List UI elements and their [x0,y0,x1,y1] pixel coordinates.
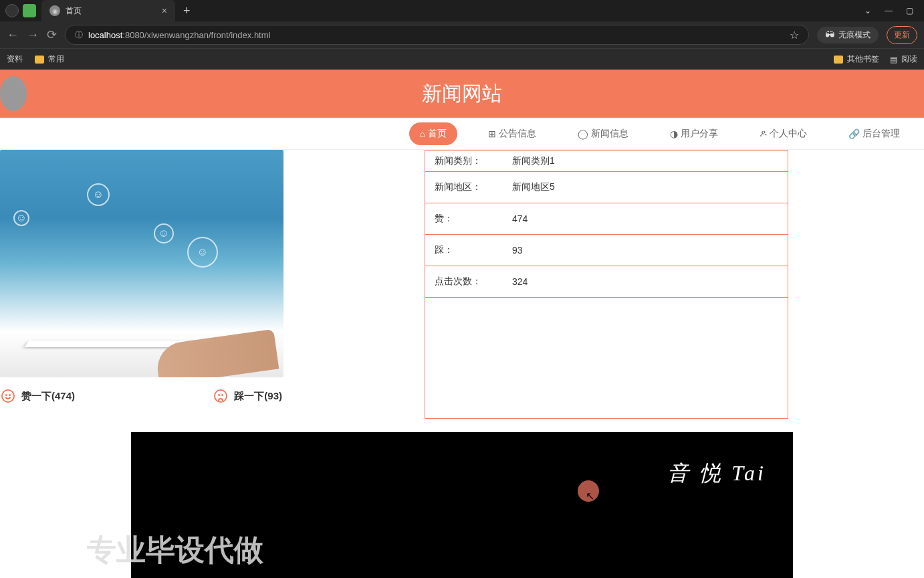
list-icon: ▤ [890,55,897,64]
region-label: 新闻地区： [435,181,512,193]
page-content: 新闻网站 ⌂ 首页 ⊞ 公告信息 ◯ 新闻信息 ◑ 用户分享 ዶ 个人中心 🔗 … [0,70,924,578]
dropdown-icon[interactable]: ⌄ [864,6,871,15]
dislike-text: 踩一下(93) [234,390,282,403]
tab-strip: ◉ 首页 × + ⌄ — ▢ [0,0,924,21]
back-icon[interactable]: ← [7,28,19,42]
site-header: 新闻网站 [0,70,924,118]
url-host: localhost [88,30,122,40]
maximize-icon[interactable]: ▢ [906,6,913,15]
reload-icon[interactable]: ⟳ [47,27,57,42]
region-value: 新闻地区5 [512,181,555,193]
frown-icon [214,389,227,403]
dislikes-label: 踩： [435,244,512,256]
category-label: 新闻类别： [435,155,512,167]
browser-tab[interactable]: ◉ 首页 × [41,0,175,21]
url-path: :8080/xiwenwangzhan/front/index.html [122,30,270,40]
nav-personal[interactable]: ዶ 个人中心 [749,122,818,145]
likes-label: 赞： [435,213,512,225]
video-logo: 音 悦 Tai [667,459,766,488]
info-row-content [425,298,788,418]
site-title: 新闻网站 [422,80,502,108]
like-button[interactable]: 赞一下(474) [1,389,75,403]
forward-icon[interactable]: → [27,28,39,42]
incognito-badge[interactable]: 🕶 无痕模式 [817,27,879,43]
main-nav: ⌂ 首页 ⊞ 公告信息 ◯ 新闻信息 ◑ 用户分享 ዶ 个人中心 🔗 后台管理 [0,118,924,150]
info-row-category: 新闻类别： 新闻类别1 [425,151,788,172]
circle-icon: ◯ [578,128,588,139]
like-text: 赞一下(474) [21,390,75,403]
info-row-dislikes: 踩： 93 [425,235,788,266]
info-row-region: 新闻地区： 新闻地区5 [425,172,788,203]
dislike-button[interactable]: 踩一下(93) [214,389,282,403]
other-bookmarks[interactable]: 其他书签 [834,54,879,65]
address-bar[interactable]: ⓘ localhost:8080/xiwenwangzhan/front/ind… [65,25,809,45]
tab-close-icon[interactable]: × [162,5,167,16]
url-text: localhost:8080/xiwenwangzhan/front/index… [88,30,270,40]
nav-share[interactable]: ◑ 用户分享 [659,122,729,145]
bookmark-star-icon[interactable]: ☆ [790,29,799,41]
likes-value: 474 [512,213,528,224]
smile-icon [1,389,15,403]
user-icon: ዶ [760,128,767,139]
minimize-icon[interactable]: — [885,6,893,15]
browser-chrome: ◉ 首页 × + ⌄ — ▢ ← → ⟳ ⓘ localhost:8080/xi… [0,0,924,70]
nav-news[interactable]: ◯ 新闻信息 [567,122,639,145]
article-image: ☺ ☺ ☺ ☺ [0,150,283,377]
tab-app-icon-2[interactable] [23,4,36,17]
dislikes-value: 93 [512,245,523,256]
new-tab-button[interactable]: + [175,4,199,18]
bookmark-item-2[interactable]: 常用 [35,54,64,65]
grid-icon: ⊞ [488,128,496,139]
reading-list[interactable]: ▤ 阅读 [890,54,917,65]
nav-home[interactable]: ⌂ 首页 [409,122,457,145]
link-icon: 🔗 [848,128,860,139]
home-icon: ⌂ [420,128,425,139]
clicks-value: 324 [512,276,528,287]
nav-admin[interactable]: 🔗 后台管理 [838,122,911,145]
share-icon: ◑ [670,128,678,139]
incognito-icon: 🕶 [825,29,834,40]
nav-notice[interactable]: ⊞ 公告信息 [477,122,547,145]
user-avatar[interactable] [0,76,27,111]
site-info-icon[interactable]: ⓘ [75,29,83,41]
reactions-row: 赞一下(474) 踩一下(93) [0,377,283,415]
info-row-likes: 赞： 474 [425,203,788,235]
info-table: 新闻类别： 新闻类别1 新闻地区： 新闻地区5 赞： 474 踩： 93 [425,150,788,419]
folder-icon [834,56,843,64]
update-button[interactable]: 更新 [887,26,917,44]
bookmark-bar: 资料 常用 其他书签 ▤ 阅读 [0,48,924,70]
category-value: 新闻类别1 [512,155,555,167]
watermark-text: 专业毕设代做 [87,531,263,570]
tab-app-icon-1[interactable] [5,4,19,17]
tab-title: 首页 [66,5,156,17]
window-controls: ⌄ — ▢ [854,6,924,15]
clicks-label: 点击次数： [435,276,512,288]
info-row-clicks: 点击次数： 324 [425,266,788,298]
tab-favicon-icon: ◉ [49,5,60,16]
address-row: ← → ⟳ ⓘ localhost:8080/xiwenwangzhan/fro… [0,21,924,48]
bookmark-item-1[interactable]: 资料 [7,54,23,65]
folder-icon [35,56,44,64]
incognito-label: 无痕模式 [838,29,871,41]
